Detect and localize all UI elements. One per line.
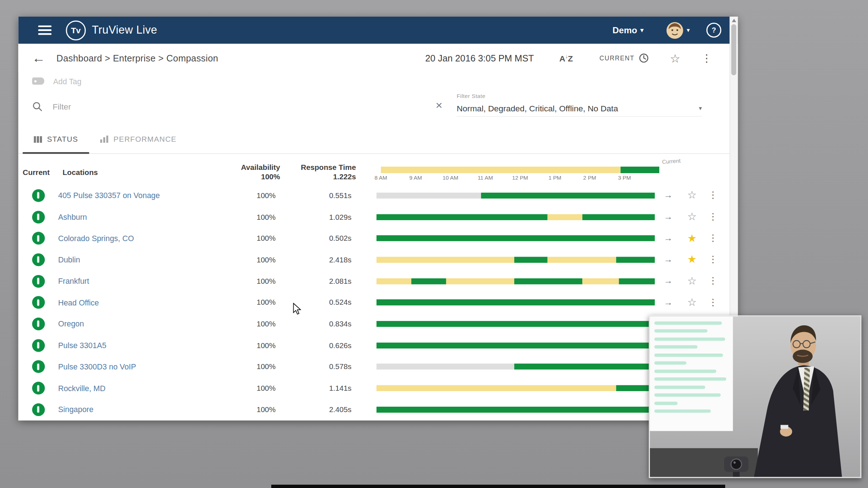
timeline-segment-yellow — [446, 278, 514, 284]
add-tag-button[interactable]: Add Tag — [53, 77, 81, 85]
timeline-segment-green — [376, 299, 655, 305]
time-tick-label: 10 AM — [443, 175, 458, 181]
favorite-star[interactable]: ★ — [687, 254, 697, 265]
presenter-video — [649, 315, 861, 478]
location-link[interactable]: Head Office — [58, 298, 99, 307]
favorite-star[interactable]: ☆ — [687, 211, 697, 222]
tag-icon — [32, 77, 44, 85]
table-row: Colorado Springs, CO 100% 0.502s → ★ ⋮ — [18, 228, 738, 249]
demo-account-menu[interactable]: Demo ▾ — [613, 25, 644, 35]
timeline-bar — [376, 364, 655, 370]
time-tick-label: 3 PM — [618, 175, 631, 181]
time-tick-label: 11 AM — [478, 175, 493, 181]
response-time-total: 1.222s — [280, 172, 356, 181]
logo-text: Tv — [71, 25, 81, 35]
timeline-bar — [376, 257, 655, 263]
tab-status[interactable]: STATUS — [23, 135, 89, 154]
favorite-star[interactable]: ☆ — [687, 275, 697, 287]
location-link[interactable]: Pulse 3301A5 — [58, 341, 106, 350]
breadcrumb-bar: ← Dashboard > Enterprise > Compassion 20… — [18, 44, 738, 73]
favorite-star[interactable]: ☆ — [687, 296, 697, 308]
timeline-bar — [376, 192, 655, 198]
timeline-bar — [376, 342, 655, 348]
tab-performance[interactable]: PERFORMANCE — [89, 135, 188, 154]
filter-input[interactable] — [51, 101, 386, 111]
drilldown-arrow-icon[interactable]: → — [664, 233, 672, 243]
top-app-bar: Tv TruView Live Demo ▾ ▾ — [18, 17, 738, 44]
status-ok-icon — [32, 189, 44, 202]
timeline-segment-green — [481, 192, 655, 198]
drilldown-arrow-icon[interactable]: → — [664, 255, 672, 264]
overflow-menu-icon[interactable]: ⋮ — [701, 53, 712, 63]
response-value: 0.834s — [276, 320, 352, 328]
timeline-segment-yellow — [381, 167, 620, 173]
chevron-down-icon: ▾ — [641, 26, 643, 34]
timeline-bar — [376, 321, 655, 327]
filter-bar: × Filter State Normal, Degraded, Critica… — [18, 90, 738, 123]
col-header-availability: Availability — [223, 163, 280, 172]
tabs-bar: STATUS PERFORMANCE — [18, 123, 738, 154]
location-link[interactable]: Ashburn — [58, 213, 87, 221]
response-value: 1.141s — [276, 384, 352, 392]
location-link[interactable]: Singapore — [58, 405, 94, 414]
time-tick-label: 8 AM — [375, 175, 387, 181]
timeline-segment-green — [376, 342, 655, 348]
timeline-segment-green — [514, 257, 548, 263]
scrollbar-thumb[interactable] — [731, 24, 736, 75]
filter-state-label: Filter State — [457, 93, 702, 99]
clear-filter-icon[interactable]: × — [436, 98, 443, 112]
row-menu-icon[interactable]: ⋮ — [708, 275, 718, 286]
row-menu-icon[interactable]: ⋮ — [708, 211, 718, 222]
availability-value: 100% — [219, 320, 276, 328]
user-avatar-menu[interactable]: ▾ — [667, 22, 690, 38]
timeline-segment-yellow — [376, 257, 514, 263]
col-header-current: Current — [18, 154, 63, 185]
location-link[interactable]: Colorado Springs, CO — [58, 234, 134, 243]
drilldown-arrow-icon[interactable]: → — [664, 191, 672, 200]
status-ok-icon — [32, 360, 44, 373]
row-menu-icon[interactable]: ⋮ — [708, 190, 718, 201]
response-value: 0.551s — [276, 191, 352, 200]
hamburger-menu-icon[interactable] — [38, 25, 52, 35]
timeline-segment-green — [619, 278, 655, 284]
drilldown-arrow-icon[interactable]: → — [664, 212, 672, 221]
breadcrumb[interactable]: Dashboard > Enterprise > Compassion — [56, 53, 218, 63]
drilldown-arrow-icon[interactable]: → — [664, 297, 672, 307]
scroll-up-arrow-icon[interactable] — [732, 19, 736, 22]
row-menu-icon[interactable]: ⋮ — [708, 254, 718, 265]
timeline-segment-green — [514, 364, 655, 370]
drilldown-arrow-icon[interactable]: → — [664, 276, 672, 286]
location-link[interactable]: Dublin — [58, 255, 80, 264]
row-menu-icon[interactable]: ⋮ — [708, 297, 718, 308]
back-arrow-icon[interactable]: ← — [32, 51, 46, 65]
location-link[interactable]: Rockville, MD — [58, 384, 106, 393]
status-ok-icon — [32, 296, 44, 309]
favorite-star[interactable]: ★ — [687, 232, 697, 244]
status-grid-icon — [34, 136, 42, 142]
favorite-star[interactable]: ☆ — [687, 189, 697, 201]
current-time-toggle[interactable]: CURRENT — [600, 53, 649, 63]
frame-bottom-strip — [271, 485, 725, 488]
timeline-segment-yellow — [376, 385, 616, 391]
location-link[interactable]: Frankfurt — [58, 277, 89, 285]
timeline-segment-green — [376, 235, 655, 241]
col-header-locations: Locations — [63, 154, 223, 185]
help-icon[interactable]: ? — [706, 23, 721, 38]
location-link[interactable]: Oregon — [58, 320, 84, 328]
sort-az-icon[interactable]: A↓Z — [559, 53, 573, 63]
location-link[interactable]: 405 Pulse 330357 on Vonage — [58, 191, 160, 200]
status-ok-icon — [32, 210, 44, 223]
timeline-bar — [376, 385, 655, 391]
demo-account-label: Demo — [613, 25, 637, 35]
timeline-bar — [376, 214, 655, 220]
row-menu-icon[interactable]: ⋮ — [708, 233, 718, 243]
location-link[interactable]: Pulse 3300D3 no VoIP — [58, 362, 136, 371]
filter-state-select[interactable]: Filter State Normal, Degraded, Critical,… — [457, 93, 702, 117]
status-ok-icon — [32, 318, 44, 330]
availability-total: 100% — [223, 172, 280, 181]
favorite-star-icon[interactable]: ☆ — [670, 52, 680, 64]
tab-status-label: STATUS — [47, 135, 78, 143]
timeline-segment-gray — [376, 192, 481, 198]
table-row: Ashburn 100% 1.029s → ☆ ⋮ — [18, 206, 738, 227]
time-tick-label: 2 PM — [583, 175, 596, 181]
